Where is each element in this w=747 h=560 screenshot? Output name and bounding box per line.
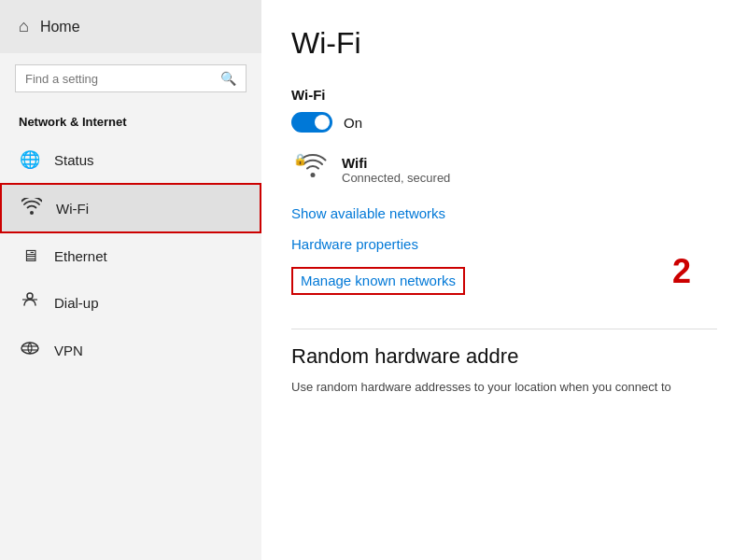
svg-point-0: [27, 293, 33, 299]
search-icon: 🔍: [220, 71, 236, 86]
sidebar-item-label: Status: [54, 152, 94, 168]
wifi-name: Wifi: [342, 155, 450, 171]
content-panel: Wi-Fi Wi-Fi On 🔒 Wifi Connected, secured…: [261, 0, 747, 560]
vpn-icon: [19, 340, 41, 361]
ethernet-icon: 🖥: [19, 246, 41, 266]
sidebar-item-label: Ethernet: [54, 248, 107, 264]
page-title: Wi-Fi: [291, 26, 717, 61]
toggle-label: On: [344, 115, 362, 131]
annotation-2: 2: [672, 252, 691, 291]
home-nav-item[interactable]: ⌂ Home: [0, 0, 261, 53]
sidebar-item-status[interactable]: 🌐 Status: [0, 136, 261, 183]
home-label: Home: [40, 19, 80, 35]
status-icon: 🌐: [19, 149, 41, 170]
lock-icon: 🔒: [293, 153, 307, 166]
sidebar-item-dialup[interactable]: Dial-up: [0, 279, 261, 327]
wifi-status: Connected, secured: [342, 171, 450, 185]
dialup-icon: [19, 292, 41, 314]
wifi-toggle-row: On: [291, 112, 717, 133]
wifi-icon-block: 🔒: [291, 151, 329, 189]
sidebar-item-label: VPN: [54, 343, 83, 358]
wifi-info: Wifi Connected, secured: [342, 155, 450, 185]
wifi-toggle[interactable]: [291, 112, 332, 133]
wifi-nav-icon: [21, 198, 43, 218]
hardware-properties-link[interactable]: Hardware properties: [291, 236, 717, 252]
search-box[interactable]: 🔍: [15, 64, 247, 92]
home-icon: ⌂: [19, 17, 29, 36]
random-hw-desc: Use random hardware addresses to your lo…: [291, 378, 717, 397]
wifi-section-label: Wi-Fi: [291, 87, 717, 103]
manage-networks-box: Manage known networks: [291, 267, 465, 295]
show-available-networks-link[interactable]: Show available networks: [291, 205, 717, 221]
sidebar-item-label: Wi-Fi: [56, 201, 89, 217]
sidebar-item-vpn[interactable]: VPN: [0, 327, 261, 374]
section-title: Network & Internet: [0, 104, 261, 136]
svg-point-2: [21, 343, 38, 354]
wifi-status-row: 🔒 Wifi Connected, secured: [291, 151, 717, 189]
sidebar-item-wifi[interactable]: Wi-Fi 1: [0, 183, 261, 233]
random-hw-title: Random hardware addre: [291, 344, 717, 369]
search-input[interactable]: [25, 72, 220, 86]
sidebar-item-ethernet[interactable]: 🖥 Ethernet: [0, 233, 261, 279]
divider: [291, 329, 717, 329]
toggle-thumb: [315, 115, 330, 130]
sidebar-item-label: Dial-up: [54, 295, 99, 311]
sidebar: ⌂ Home 🔍 Network & Internet 🌐 Status Wi-…: [0, 0, 261, 560]
manage-known-networks-link[interactable]: Manage known networks: [301, 273, 456, 288]
